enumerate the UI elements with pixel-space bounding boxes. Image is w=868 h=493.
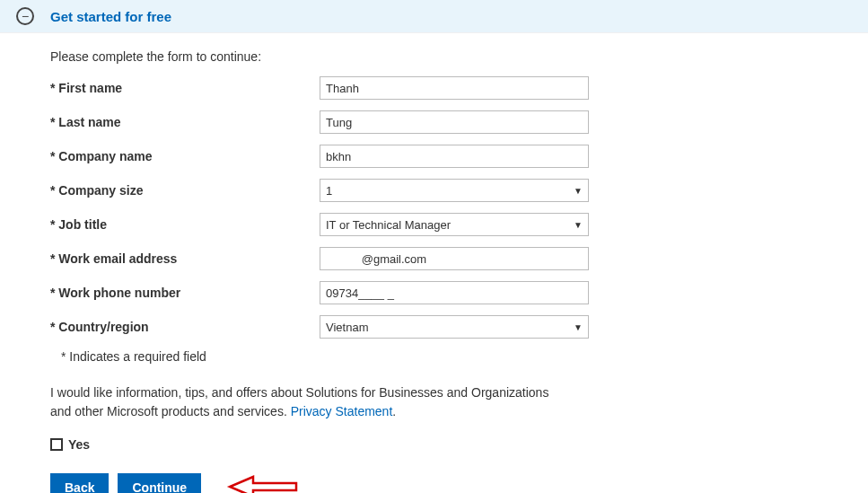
consent-text: I would like information, tips, and offe… — [50, 383, 553, 421]
header-title[interactable]: Get started for free — [50, 9, 171, 24]
work-phone-label: * Work phone number — [50, 286, 320, 300]
page-header: − Get started for free — [0, 0, 868, 33]
form-instruction: Please complete the form to continue: — [50, 49, 818, 64]
yes-label: Yes — [68, 437, 90, 452]
company-name-label: * Company name — [50, 149, 320, 163]
yes-checkbox[interactable] — [50, 438, 63, 451]
company-size-label: * Company size — [50, 183, 320, 198]
required-note: * Indicates a required field — [61, 349, 818, 364]
job-title-select[interactable]: IT or Technical Manager ▼ — [320, 213, 589, 236]
chevron-down-icon: ▼ — [574, 220, 583, 230]
consent-text-end: . — [392, 404, 396, 418]
work-email-label: * Work email address — [50, 251, 320, 266]
first-name-input[interactable] — [320, 76, 589, 100]
signup-form: Please complete the form to continue: * … — [0, 33, 868, 493]
first-name-label: * First name — [50, 81, 320, 95]
company-name-input[interactable] — [320, 145, 589, 168]
last-name-input[interactable] — [320, 110, 589, 134]
work-email-input[interactable] — [320, 247, 589, 270]
company-size-select[interactable]: 1 ▼ — [320, 179, 589, 202]
last-name-label: * Last name — [50, 115, 320, 129]
chevron-down-icon: ▼ — [574, 186, 583, 196]
continue-button[interactable]: Continue — [118, 473, 201, 493]
country-select[interactable]: Vietnam ▼ — [320, 315, 589, 339]
job-title-label: * Job title — [50, 217, 320, 232]
arrow-annotation-icon — [226, 474, 298, 494]
job-title-value: IT or Technical Manager — [326, 218, 451, 232]
work-phone-input[interactable] — [320, 281, 589, 304]
country-label: * Country/region — [50, 320, 320, 334]
country-value: Vietnam — [326, 321, 368, 334]
company-size-value: 1 — [326, 184, 332, 198]
chevron-down-icon: ▼ — [574, 322, 583, 332]
collapse-icon[interactable]: − — [16, 7, 34, 25]
privacy-statement-link[interactable]: Privacy Statement — [291, 404, 393, 418]
back-button[interactable]: Back — [50, 473, 109, 493]
